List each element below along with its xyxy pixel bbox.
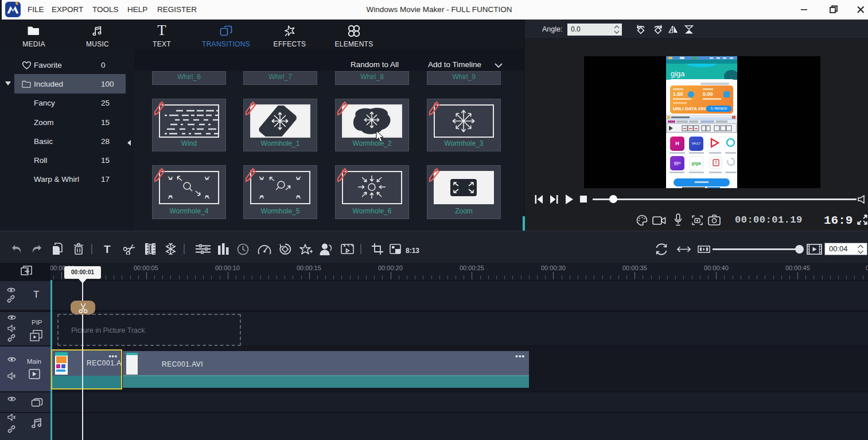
svg-text:giga: giga (671, 69, 685, 78)
